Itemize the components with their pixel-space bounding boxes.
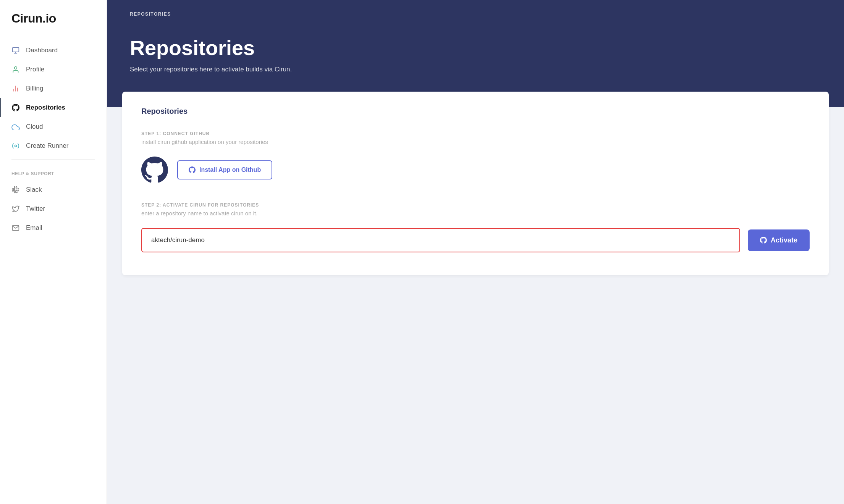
repo-input-row: Activate xyxy=(141,228,810,252)
activate-label: Activate xyxy=(771,236,797,244)
step2-label: STEP 2: ACTIVATE CIRUN FOR REPOSITORIES xyxy=(141,202,810,208)
svg-rect-0 xyxy=(13,48,19,52)
repositories-card: Repositories STEP 1: CONNECT GITHUB inst… xyxy=(122,92,829,275)
step2-description: enter a repository name to activate ciru… xyxy=(141,210,810,216)
sidebar-item-dashboard[interactable]: Dashboard xyxy=(0,41,107,60)
card-title: Repositories xyxy=(141,107,810,116)
step1-label: STEP 1: CONNECT GITHUB xyxy=(141,131,810,136)
sidebar-item-label: Profile xyxy=(26,66,44,73)
sidebar-item-label: Cloud xyxy=(26,123,43,131)
step2-section: STEP 2: ACTIVATE CIRUN FOR REPOSITORIES … xyxy=(141,202,810,252)
svg-point-3 xyxy=(15,67,17,69)
sidebar-item-email[interactable]: Email xyxy=(0,218,107,237)
help-section-title: HELP & SUPPORT xyxy=(0,163,107,180)
sidebar: Cirun.io Dashboard Profile xyxy=(0,0,107,504)
step1-section: STEP 1: CONNECT GITHUB install cirun git… xyxy=(141,131,810,183)
sidebar-item-slack[interactable]: Slack xyxy=(0,180,107,199)
cloud-icon xyxy=(11,123,20,131)
sidebar-item-label: Slack xyxy=(26,186,42,194)
card-area: Repositories STEP 1: CONNECT GITHUB inst… xyxy=(107,107,844,504)
sidebar-item-create-runner[interactable]: Create Runner xyxy=(0,136,107,155)
install-app-button[interactable]: Install App on Github xyxy=(177,160,272,179)
breadcrumb: REPOSITORIES xyxy=(130,11,821,17)
page-title: Repositories xyxy=(130,36,821,60)
bar-chart-icon xyxy=(11,84,20,93)
slack-icon xyxy=(11,186,20,194)
sidebar-item-repositories[interactable]: Repositories xyxy=(0,98,107,117)
step1-description: install cirun github application on your… xyxy=(141,139,810,145)
install-app-label: Install App on Github xyxy=(199,166,261,173)
activate-button[interactable]: Activate xyxy=(748,229,810,251)
sidebar-item-billing[interactable]: Billing xyxy=(0,79,107,98)
app-logo: Cirun.io xyxy=(0,0,107,41)
page-subtitle: Select your repositories here to activat… xyxy=(130,66,821,73)
github-logo-large xyxy=(141,157,168,183)
github-icon xyxy=(11,103,20,112)
repository-input[interactable] xyxy=(141,228,740,252)
sidebar-item-cloud[interactable]: Cloud xyxy=(0,117,107,136)
sidebar-item-label: Dashboard xyxy=(26,47,58,54)
sidebar-item-label: Twitter xyxy=(26,205,45,213)
header-banner: REPOSITORIES Repositories Select your re… xyxy=(107,0,844,107)
sidebar-nav: Dashboard Profile Billing xyxy=(0,41,107,504)
runner-icon xyxy=(11,142,20,150)
user-icon xyxy=(11,65,20,74)
sidebar-item-profile[interactable]: Profile xyxy=(0,60,107,79)
twitter-icon xyxy=(11,205,20,213)
sidebar-item-label: Create Runner xyxy=(26,142,69,150)
main-content: REPOSITORIES Repositories Select your re… xyxy=(107,0,844,504)
sidebar-item-twitter[interactable]: Twitter xyxy=(0,199,107,218)
sidebar-item-label: Billing xyxy=(26,85,43,92)
monitor-icon xyxy=(11,46,20,55)
step1-content: Install App on Github xyxy=(141,157,810,183)
mail-icon xyxy=(11,224,20,232)
svg-point-7 xyxy=(15,145,17,147)
sidebar-divider xyxy=(11,159,95,160)
sidebar-item-label: Repositories xyxy=(26,104,65,111)
sidebar-item-label: Email xyxy=(26,224,42,232)
